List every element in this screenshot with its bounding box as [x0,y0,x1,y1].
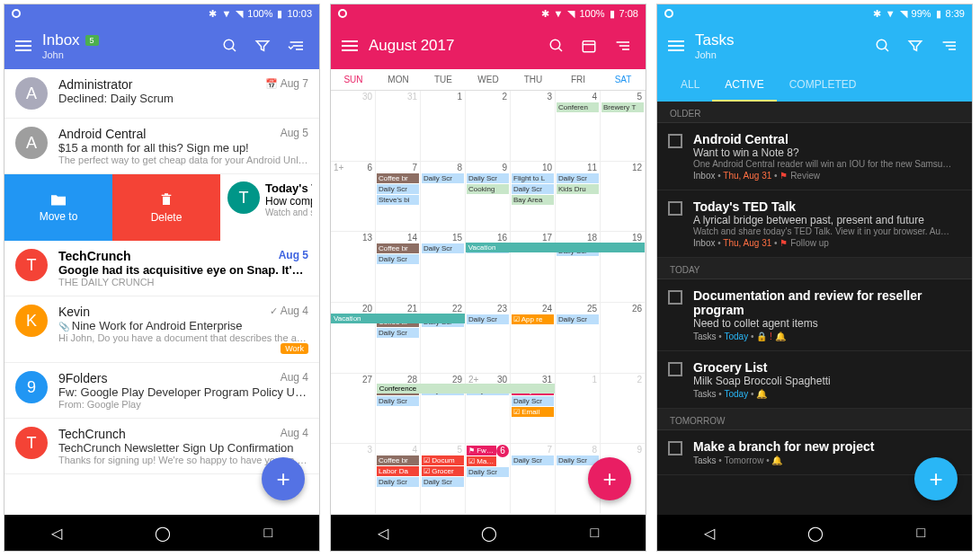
event[interactable]: Coffee br [377,455,419,465]
recents-button[interactable]: □ [917,525,926,541]
day-cell[interactable]: 5Brewery T [601,91,646,161]
day-cell[interactable]: 23Daily Scr [466,303,511,373]
event[interactable]: ☑ App re [512,314,554,324]
event[interactable]: Cooking [467,184,509,194]
task-item[interactable]: Android Central Want to win a Note 8? On… [657,123,972,190]
checkbox[interactable] [668,201,682,216]
add-task-fab[interactable]: + [914,457,958,500]
mail-item[interactable]: 9 9FoldersAug 4 Fw: Google Play Develope… [4,363,319,419]
day-cell[interactable]: 6⚑ Fw: Go☑ Make aDaily Scr [466,444,511,514]
event[interactable]: Brewery T [601,102,644,112]
search-button[interactable] [875,38,896,54]
recents-button[interactable]: □ [591,525,600,541]
day-cell[interactable]: 4Coffee brLabor DaDaily Scr [376,444,421,514]
day-cell[interactable]: 11Daily ScrKids Dru [556,162,601,232]
day-cell[interactable]: 31 [376,91,421,161]
day-cell[interactable]: 5☑ Docum☑ GrocerDaily Scr [421,444,466,514]
checkbox[interactable] [668,290,682,305]
add-event-fab[interactable]: + [588,457,631,500]
multi-day-event[interactable]: Vacation [466,243,646,252]
calendar-grid[interactable]: 30311234Conferen5Brewery T1+67Coffee brD… [331,91,646,515]
event[interactable]: Daily Scr [377,184,419,194]
filter-button[interactable] [907,38,929,54]
event[interactable]: Daily Scr [467,467,509,477]
event[interactable]: ☑ Make a [467,456,496,466]
menu-button[interactable] [668,40,684,51]
search-button[interactable] [548,38,570,54]
sort-button[interactable] [287,39,308,53]
event[interactable]: Flight to L [512,173,554,183]
menu-button[interactable] [15,40,31,51]
swiped-item[interactable]: TToday's THow compWatch and s [220,174,319,241]
event[interactable]: Daily Scr [512,184,554,194]
day-cell[interactable]: 7Daily Scr [511,444,556,514]
event[interactable]: Daily Scr [422,173,464,183]
day-cell[interactable]: 1 [421,91,466,161]
event[interactable]: ☑ Email [512,407,554,417]
event[interactable]: Daily Scr [377,396,419,406]
day-cell[interactable]: 25Daily Scr [556,303,601,373]
event[interactable]: Coffee br [377,173,419,183]
task-list[interactable]: OLDER Android Central Want to win a Note… [657,102,972,515]
event[interactable]: Daily Scr [512,396,554,406]
day-cell[interactable]: 2 [601,374,646,444]
sort-button[interactable] [940,39,961,53]
recents-button[interactable]: □ [264,525,273,541]
home-button[interactable]: ◯ [481,525,497,542]
task-item[interactable]: Grocery List Milk Soap Broccoli Spaghett… [657,351,972,409]
event[interactable]: Daily Scr [422,477,464,487]
event[interactable]: Daily Scr [512,455,554,465]
day-cell[interactable]: 9Daily ScrCooking [466,162,511,232]
day-cell[interactable]: 24☑ App re [511,303,556,373]
back-button[interactable]: ◁ [51,525,62,542]
event[interactable]: Labor Da [377,466,419,476]
event[interactable]: Daily Scr [377,328,419,338]
tab-completed[interactable]: COMPLETED [777,69,869,102]
day-cell[interactable]: 15Daily Scr [421,232,466,302]
search-button[interactable] [222,38,244,54]
day-cell[interactable]: 26 [601,303,646,373]
day-cell[interactable]: 1+6 [331,162,376,232]
task-item[interactable]: Today's TED Talk A lyrical bridge betwee… [657,190,972,258]
back-button[interactable]: ◁ [378,525,388,542]
view-button[interactable] [613,39,635,53]
home-button[interactable]: ◯ [807,525,824,542]
checkbox[interactable] [668,134,682,148]
compose-fab[interactable]: + [262,457,305,500]
task-item[interactable]: Documentation and review for reseller pr… [657,279,972,351]
mail-list[interactable]: A Administrator📅 Aug 7 Declined: Daily S… [4,69,319,515]
day-cell[interactable]: 10Flight to LDaily ScrBay Area [511,162,556,232]
event[interactable]: Daily Scr [467,314,509,324]
event[interactable]: Coffee br [377,243,419,253]
tab-active[interactable]: ACTIVE [712,69,776,102]
event[interactable]: Daily Scr [377,254,419,264]
event[interactable]: ⚑ Fw: Go [467,446,496,455]
mail-item[interactable]: K Kevin✓ Aug 4 📎 Nine Work for Android E… [4,296,319,363]
tab-all[interactable]: ALL [668,69,712,102]
event[interactable]: Daily Scr [377,477,419,487]
delete-button[interactable]: Delete [112,174,220,241]
checkbox[interactable] [668,441,682,455]
mail-item[interactable]: A Administrator📅 Aug 7 Declined: Daily S… [4,69,319,119]
multi-day-event[interactable]: Vacation [331,314,465,323]
home-button[interactable]: ◯ [155,525,171,542]
mail-item[interactable]: T TechCrunchAug 5 Google had its acquisi… [4,241,319,296]
day-cell[interactable]: 4Conferen [556,91,601,161]
event[interactable]: Daily Scr [557,314,599,324]
event[interactable]: Conferen [557,102,599,112]
event[interactable]: ☑ Grocer [422,466,464,476]
checkbox[interactable] [668,362,682,376]
day-cell[interactable]: 30 [331,91,376,161]
back-button[interactable]: ◁ [704,525,715,542]
day-cell[interactable]: 7Coffee brDaily ScrSteve's bi [376,162,421,232]
event[interactable]: Daily Scr [422,243,464,253]
event[interactable]: Daily Scr [467,173,509,183]
multi-day-event[interactable]: Conference [377,384,555,393]
mail-item[interactable]: A Android CentralAug 5 $15 a month for a… [4,119,319,174]
day-cell[interactable]: 1 [556,374,601,444]
menu-button[interactable] [342,40,358,51]
today-button[interactable] [581,38,602,54]
day-cell[interactable]: 3 [331,444,376,514]
event[interactable]: Bay Area [512,195,554,205]
day-cell[interactable]: 2 [466,91,511,161]
